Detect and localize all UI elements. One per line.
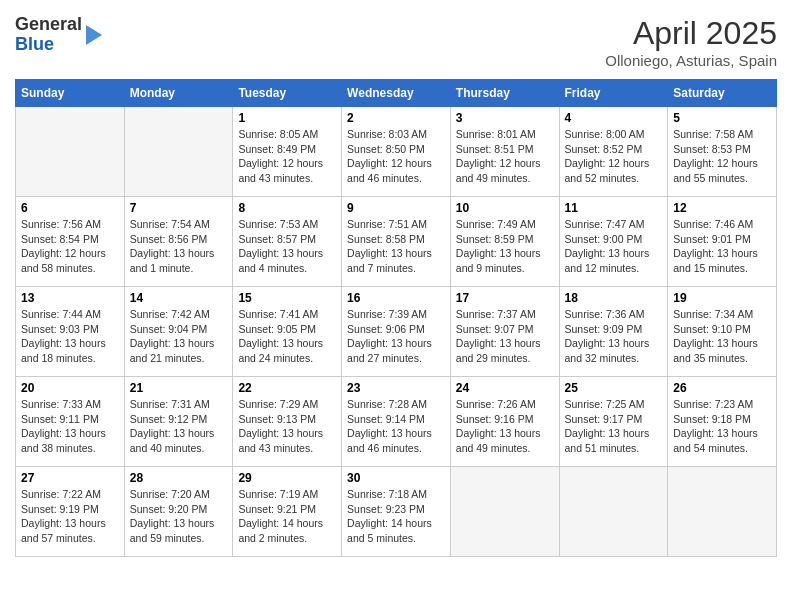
day-info: Sunrise: 7:54 AM Sunset: 8:56 PM Dayligh… — [130, 217, 228, 276]
day-info: Sunrise: 8:05 AM Sunset: 8:49 PM Dayligh… — [238, 127, 336, 186]
calendar-cell — [559, 467, 668, 557]
day-number: 12 — [673, 201, 771, 215]
day-info: Sunrise: 7:22 AM Sunset: 9:19 PM Dayligh… — [21, 487, 119, 546]
day-info: Sunrise: 7:39 AM Sunset: 9:06 PM Dayligh… — [347, 307, 445, 366]
calendar-cell: 24Sunrise: 7:26 AM Sunset: 9:16 PM Dayli… — [450, 377, 559, 467]
calendar-cell: 5Sunrise: 7:58 AM Sunset: 8:53 PM Daylig… — [668, 107, 777, 197]
day-number: 8 — [238, 201, 336, 215]
location-subtitle: Olloniego, Asturias, Spain — [605, 52, 777, 69]
calendar-cell: 26Sunrise: 7:23 AM Sunset: 9:18 PM Dayli… — [668, 377, 777, 467]
day-number: 11 — [565, 201, 663, 215]
day-info: Sunrise: 7:42 AM Sunset: 9:04 PM Dayligh… — [130, 307, 228, 366]
calendar-cell: 17Sunrise: 7:37 AM Sunset: 9:07 PM Dayli… — [450, 287, 559, 377]
day-number: 7 — [130, 201, 228, 215]
calendar-cell: 21Sunrise: 7:31 AM Sunset: 9:12 PM Dayli… — [124, 377, 233, 467]
calendar-cell: 29Sunrise: 7:19 AM Sunset: 9:21 PM Dayli… — [233, 467, 342, 557]
calendar-table: SundayMondayTuesdayWednesdayThursdayFrid… — [15, 79, 777, 557]
day-number: 24 — [456, 381, 554, 395]
day-number: 23 — [347, 381, 445, 395]
calendar-week-row: 20Sunrise: 7:33 AM Sunset: 9:11 PM Dayli… — [16, 377, 777, 467]
calendar-cell: 20Sunrise: 7:33 AM Sunset: 9:11 PM Dayli… — [16, 377, 125, 467]
calendar-cell — [124, 107, 233, 197]
column-header-saturday: Saturday — [668, 80, 777, 107]
calendar-cell: 9Sunrise: 7:51 AM Sunset: 8:58 PM Daylig… — [342, 197, 451, 287]
day-info: Sunrise: 7:44 AM Sunset: 9:03 PM Dayligh… — [21, 307, 119, 366]
calendar-cell: 14Sunrise: 7:42 AM Sunset: 9:04 PM Dayli… — [124, 287, 233, 377]
column-header-sunday: Sunday — [16, 80, 125, 107]
calendar-cell: 18Sunrise: 7:36 AM Sunset: 9:09 PM Dayli… — [559, 287, 668, 377]
logo-line1: General — [15, 15, 82, 35]
column-header-thursday: Thursday — [450, 80, 559, 107]
calendar-cell: 7Sunrise: 7:54 AM Sunset: 8:56 PM Daylig… — [124, 197, 233, 287]
day-info: Sunrise: 7:51 AM Sunset: 8:58 PM Dayligh… — [347, 217, 445, 276]
day-info: Sunrise: 7:56 AM Sunset: 8:54 PM Dayligh… — [21, 217, 119, 276]
day-info: Sunrise: 7:49 AM Sunset: 8:59 PM Dayligh… — [456, 217, 554, 276]
day-info: Sunrise: 7:23 AM Sunset: 9:18 PM Dayligh… — [673, 397, 771, 456]
logo: General Blue — [15, 15, 102, 55]
day-number: 5 — [673, 111, 771, 125]
day-number: 29 — [238, 471, 336, 485]
day-info: Sunrise: 7:20 AM Sunset: 9:20 PM Dayligh… — [130, 487, 228, 546]
calendar-week-row: 13Sunrise: 7:44 AM Sunset: 9:03 PM Dayli… — [16, 287, 777, 377]
day-number: 13 — [21, 291, 119, 305]
calendar-cell: 23Sunrise: 7:28 AM Sunset: 9:14 PM Dayli… — [342, 377, 451, 467]
calendar-week-row: 27Sunrise: 7:22 AM Sunset: 9:19 PM Dayli… — [16, 467, 777, 557]
calendar-cell: 28Sunrise: 7:20 AM Sunset: 9:20 PM Dayli… — [124, 467, 233, 557]
calendar-cell: 11Sunrise: 7:47 AM Sunset: 9:00 PM Dayli… — [559, 197, 668, 287]
day-info: Sunrise: 7:58 AM Sunset: 8:53 PM Dayligh… — [673, 127, 771, 186]
day-info: Sunrise: 7:53 AM Sunset: 8:57 PM Dayligh… — [238, 217, 336, 276]
column-header-monday: Monday — [124, 80, 233, 107]
calendar-cell: 22Sunrise: 7:29 AM Sunset: 9:13 PM Dayli… — [233, 377, 342, 467]
day-number: 21 — [130, 381, 228, 395]
calendar-cell: 27Sunrise: 7:22 AM Sunset: 9:19 PM Dayli… — [16, 467, 125, 557]
calendar-cell — [16, 107, 125, 197]
month-year-title: April 2025 — [605, 15, 777, 52]
calendar-cell: 13Sunrise: 7:44 AM Sunset: 9:03 PM Dayli… — [16, 287, 125, 377]
column-header-friday: Friday — [559, 80, 668, 107]
day-number: 19 — [673, 291, 771, 305]
logo-line2: Blue — [15, 35, 82, 55]
day-info: Sunrise: 7:28 AM Sunset: 9:14 PM Dayligh… — [347, 397, 445, 456]
day-info: Sunrise: 7:37 AM Sunset: 9:07 PM Dayligh… — [456, 307, 554, 366]
column-header-wednesday: Wednesday — [342, 80, 451, 107]
calendar-cell: 15Sunrise: 7:41 AM Sunset: 9:05 PM Dayli… — [233, 287, 342, 377]
calendar-cell: 25Sunrise: 7:25 AM Sunset: 9:17 PM Dayli… — [559, 377, 668, 467]
day-info: Sunrise: 8:03 AM Sunset: 8:50 PM Dayligh… — [347, 127, 445, 186]
day-info: Sunrise: 7:47 AM Sunset: 9:00 PM Dayligh… — [565, 217, 663, 276]
day-number: 15 — [238, 291, 336, 305]
day-info: Sunrise: 7:46 AM Sunset: 9:01 PM Dayligh… — [673, 217, 771, 276]
day-info: Sunrise: 7:33 AM Sunset: 9:11 PM Dayligh… — [21, 397, 119, 456]
day-info: Sunrise: 7:29 AM Sunset: 9:13 PM Dayligh… — [238, 397, 336, 456]
day-info: Sunrise: 7:36 AM Sunset: 9:09 PM Dayligh… — [565, 307, 663, 366]
day-number: 28 — [130, 471, 228, 485]
calendar-cell: 8Sunrise: 7:53 AM Sunset: 8:57 PM Daylig… — [233, 197, 342, 287]
day-number: 2 — [347, 111, 445, 125]
day-number: 4 — [565, 111, 663, 125]
day-number: 6 — [21, 201, 119, 215]
day-number: 20 — [21, 381, 119, 395]
calendar-cell: 3Sunrise: 8:01 AM Sunset: 8:51 PM Daylig… — [450, 107, 559, 197]
calendar-cell — [668, 467, 777, 557]
day-info: Sunrise: 7:26 AM Sunset: 9:16 PM Dayligh… — [456, 397, 554, 456]
day-number: 17 — [456, 291, 554, 305]
day-info: Sunrise: 8:01 AM Sunset: 8:51 PM Dayligh… — [456, 127, 554, 186]
title-block: April 2025 Olloniego, Asturias, Spain — [605, 15, 777, 69]
day-info: Sunrise: 8:00 AM Sunset: 8:52 PM Dayligh… — [565, 127, 663, 186]
calendar-week-row: 1Sunrise: 8:05 AM Sunset: 8:49 PM Daylig… — [16, 107, 777, 197]
day-number: 26 — [673, 381, 771, 395]
column-header-tuesday: Tuesday — [233, 80, 342, 107]
calendar-cell — [450, 467, 559, 557]
calendar-cell: 12Sunrise: 7:46 AM Sunset: 9:01 PM Dayli… — [668, 197, 777, 287]
day-number: 27 — [21, 471, 119, 485]
day-number: 25 — [565, 381, 663, 395]
calendar-cell: 1Sunrise: 8:05 AM Sunset: 8:49 PM Daylig… — [233, 107, 342, 197]
calendar-cell: 19Sunrise: 7:34 AM Sunset: 9:10 PM Dayli… — [668, 287, 777, 377]
day-number: 16 — [347, 291, 445, 305]
day-number: 9 — [347, 201, 445, 215]
calendar-cell: 2Sunrise: 8:03 AM Sunset: 8:50 PM Daylig… — [342, 107, 451, 197]
page-header: General Blue April 2025 Olloniego, Astur… — [15, 15, 777, 69]
day-info: Sunrise: 7:31 AM Sunset: 9:12 PM Dayligh… — [130, 397, 228, 456]
day-number: 1 — [238, 111, 336, 125]
day-info: Sunrise: 7:19 AM Sunset: 9:21 PM Dayligh… — [238, 487, 336, 546]
day-number: 30 — [347, 471, 445, 485]
